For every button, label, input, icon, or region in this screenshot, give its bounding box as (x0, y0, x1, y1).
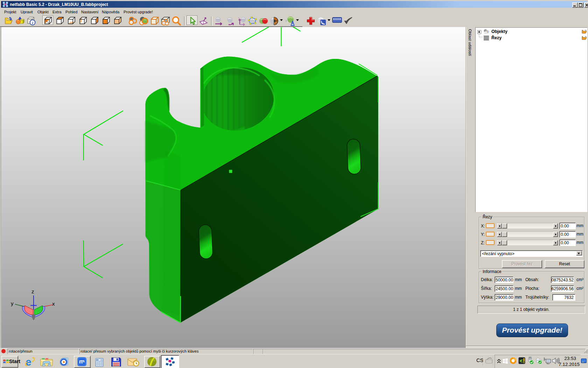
svg-text:z: z (31, 288, 34, 294)
svg-text:y: y (11, 300, 14, 306)
svg-text:x: x (52, 301, 55, 307)
svg-text:0: 0 (100, 359, 102, 361)
